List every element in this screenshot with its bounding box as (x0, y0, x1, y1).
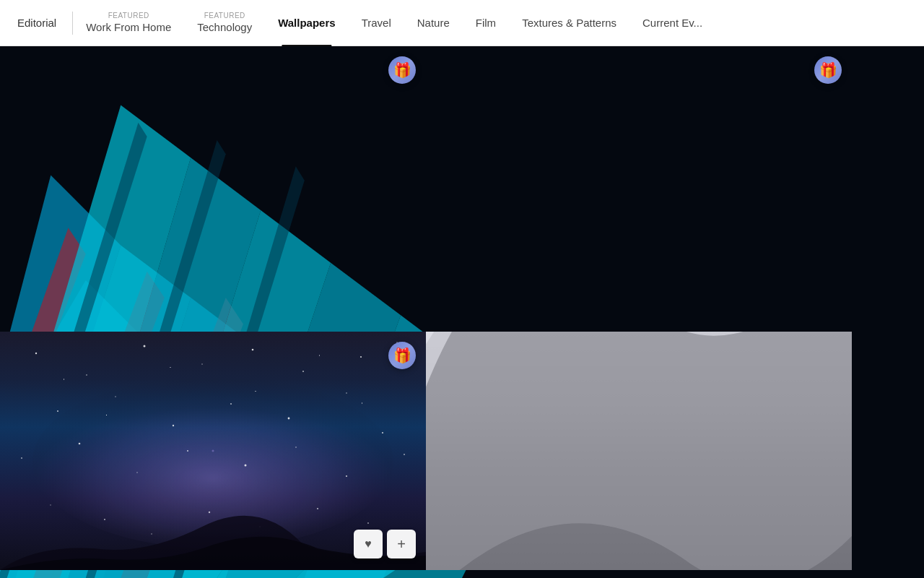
svg-point-39 (288, 418, 290, 420)
nav-label-film: Film (476, 17, 496, 29)
nav-label-technology: Technology (197, 21, 252, 33)
svg-point-55 (317, 508, 318, 509)
nav-featured-tech: FEATURED (204, 12, 245, 20)
nav-item-film[interactable]: Film (463, 0, 509, 46)
nav-label-nature: Nature (417, 17, 450, 29)
gift-badge-bottom-mid[interactable]: 🎁 (388, 342, 416, 369)
gift-icon-bottom-mid: 🎁 (393, 347, 411, 364)
svg-point-41 (382, 432, 383, 434)
svg-point-27 (35, 353, 37, 354)
svg-point-45 (187, 450, 188, 452)
nav-item-technology[interactable]: FEATURED Technology (184, 0, 265, 46)
nav-item-work-from-home[interactable]: FEATURED Work From Home (73, 0, 184, 46)
nav-item-editorial[interactable]: Editorial (0, 0, 72, 46)
svg-point-46 (245, 465, 247, 467)
nav-item-nature[interactable]: Nature (404, 0, 463, 46)
svg-point-30 (201, 363, 202, 364)
gift-icon-top-left: 🎁 (393, 61, 411, 79)
gift-icon-top-mid: 🎁 (819, 61, 837, 79)
svg-point-31 (252, 349, 254, 351)
image-bottom-mid[interactable]: 🎁 ♥ + (0, 332, 426, 570)
svg-point-44 (136, 472, 137, 473)
svg-point-40 (346, 392, 347, 394)
svg-point-51 (104, 519, 105, 520)
svg-point-35 (57, 410, 58, 412)
svg-point-33 (360, 356, 362, 358)
svg-point-56 (367, 522, 369, 524)
svg-point-48 (346, 475, 347, 477)
nav-label-travel: Travel (362, 17, 391, 29)
svg-point-29 (144, 345, 146, 348)
action-buttons: ♥ + (354, 530, 416, 558)
svg-point-52 (151, 533, 152, 535)
svg-point-28 (86, 374, 87, 376)
svg-point-50 (50, 504, 51, 505)
nav-label-current-events: Current Ev... (642, 17, 702, 29)
svg-point-53 (209, 512, 210, 513)
svg-point-47 (295, 447, 297, 448)
nav-label-editorial: Editorial (17, 17, 56, 29)
svg-point-42 (21, 457, 22, 459)
plus-icon: + (397, 536, 406, 553)
nav-item-current-events[interactable]: Current Ev... (629, 0, 715, 46)
nav-label-wallpapers: Wallpapers (278, 17, 335, 29)
nav-item-wallpapers[interactable]: Wallpapers (265, 0, 348, 46)
nav-label-work-from-home: Work From Home (86, 21, 171, 33)
gift-badge-top-mid[interactable]: 🎁 (814, 56, 842, 84)
heart-icon: ♥ (365, 538, 372, 551)
nav-item-travel[interactable]: Travel (349, 0, 404, 46)
navigation: Editorial FEATURED Work From Home FEATUR… (0, 0, 924, 46)
svg-point-38 (230, 403, 232, 405)
svg-point-49 (404, 454, 405, 455)
nav-label-textures-patterns: Textures & Patterns (522, 17, 616, 29)
gift-badge-top-left[interactable]: 🎁 (388, 56, 416, 84)
image-bottom-right[interactable] (426, 332, 852, 570)
nav-item-textures-patterns[interactable]: Textures & Patterns (509, 0, 629, 46)
add-button[interactable]: + (387, 530, 416, 558)
svg-point-32 (302, 371, 304, 372)
svg-point-43 (79, 443, 81, 445)
svg-point-37 (173, 425, 174, 426)
svg-point-36 (115, 396, 116, 397)
image-grid: 🎁 🎁 (0, 46, 924, 570)
like-button[interactable]: ♥ (354, 530, 383, 558)
nav-featured-work: FEATURED (108, 12, 149, 20)
